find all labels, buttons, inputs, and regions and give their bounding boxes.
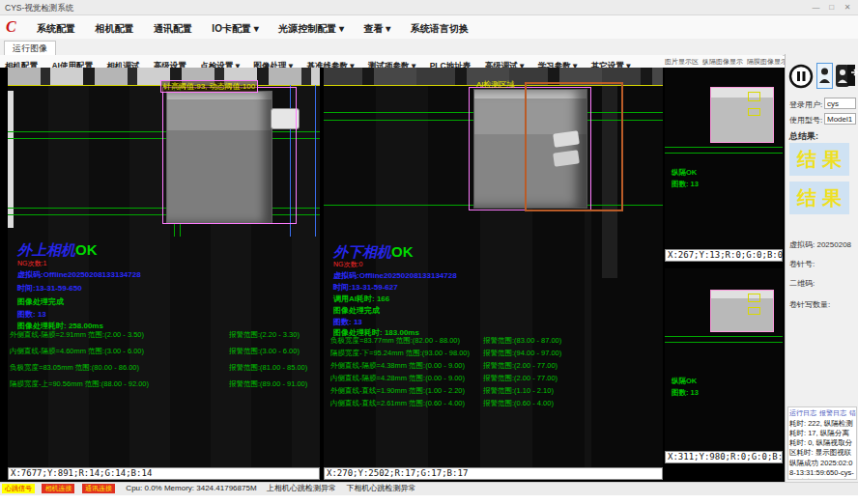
alarm-range: 报警范围:(2.00 - 77.00) — [483, 374, 558, 383]
measurement-row: 内侧直线-隔膜=4.28mm 范围:(0.00 - 9.00) — [330, 374, 465, 383]
small-panel-tabs: 图片显示区纵隔图像显示隔膜图像显示 — [665, 55, 785, 68]
measurement-row: 外侧直线-隔膜=2.91mm 范围:(2.00 - 3.50) — [10, 330, 144, 340]
total-result-label: 总结果: — [789, 130, 818, 143]
tab-run-log[interactable]: 运行日志 — [789, 409, 816, 416]
small-info-line: 图数: 13 — [672, 180, 699, 189]
login-user-field[interactable]: cys — [824, 98, 856, 109]
tab-picture-area[interactable]: 图片显示区 — [665, 58, 699, 65]
ai-region-label: AI检测区域 — [476, 79, 515, 90]
log-text: 耗时: 222, 纵隔检测耗时: 17, 纵隔分离耗时: 0, 纵隔视取分区耗时… — [788, 418, 856, 480]
title-bar: CYS-视觉检测系统 — □ ✕ — [0, 0, 858, 15]
exit-door-icon — [845, 63, 858, 88]
maximize-icon[interactable]: □ — [825, 0, 839, 15]
user-icon — [817, 65, 832, 87]
login-user-button[interactable] — [816, 63, 833, 89]
menu-item-language-switch[interactable]: 系统语言切换 — [403, 17, 476, 41]
alarm-range: 报警范围:(3.00 - 6.00) — [229, 347, 300, 356]
small-view-bottom[interactable]: 纵隔OK 图数: 13 X:311;Y:980;R:0;G:0;B:0 — [665, 268, 783, 463]
measurement-row: 负极宽度=83.77mm 范围:(82.00 - 88.00) — [330, 336, 460, 346]
barcode-text: 虚拟码:Offline20250208133134728 — [17, 269, 141, 280]
alarm-range: 报警范围:(83.00 - 87.00) — [483, 336, 561, 346]
comm-connect-badge: 通讯连接 — [82, 484, 115, 493]
lower-camera-warning: 下相机心跳检测异常 — [346, 483, 415, 494]
log-tabs: 运行日志报警日志错误日志 — [788, 407, 856, 418]
upper-camera-warning: 上相机心跳检测异常 — [267, 483, 336, 494]
small-bottom-coordinates: X:311;Y:980;R:0;G:0;B:0 — [665, 451, 783, 463]
process-state: 图像处理完成 — [333, 305, 380, 316]
defect-box-1 — [748, 294, 760, 302]
tab-error-log[interactable]: 错误日志 — [849, 409, 857, 416]
measurement-row: 外侧直线-隔膜=4.38mm 范围:(0.00 - 9.00) — [330, 361, 465, 371]
write-count-label: 卷针写数量: — [789, 299, 830, 310]
small-status: 纵隔OK — [672, 377, 697, 386]
small-info-line: 图数: 13 — [672, 388, 699, 398]
virtual-code-label: 虚拟码: 20250208 — [789, 239, 851, 250]
edge-blue-line-2 — [315, 85, 316, 237]
tab-separator-image[interactable]: 隔膜图像显示 — [747, 58, 787, 65]
camera-name: 外上相机 — [17, 241, 75, 258]
cpu-memory-text: Cpu: 0.0% Memory: 3424.41796875M — [126, 483, 256, 494]
measure-line-2 — [665, 153, 783, 154]
needle-number-label: 卷针号: — [789, 259, 815, 269]
tab-run-image[interactable]: 运行图像 — [4, 41, 56, 56]
defect-box-2 — [748, 307, 760, 315]
frame-count: 图数: 13 — [17, 309, 46, 320]
pause-button[interactable] — [788, 64, 814, 89]
window-title: CYS-视觉检测系统 — [5, 3, 73, 13]
alarm-range: 报警范围:(1.10 - 2.10) — [483, 386, 554, 396]
measurement-row: 负极宽度=83.05mm 范围:(80.00 - 86.00) — [10, 363, 139, 373]
menu-bar: C 系统配置 相机配置 通讯配置 IO卡配置 ▾ 光源控制配置 ▾ 查看 ▾ 系… — [0, 15, 858, 40]
camera-name: 外下相机 — [333, 243, 391, 260]
right-camera-view[interactable]: AI检测区域 外下相机OK NG次数:0 虚拟码:Offline20250208… — [324, 68, 663, 480]
qr-code-label: 二维码: — [789, 278, 815, 289]
model-label: 使用型号: — [789, 115, 822, 126]
menu-item-light-config[interactable]: 光源控制配置 ▾ — [271, 17, 352, 41]
alarm-range: 报警范围:(2.20 - 3.30) — [229, 330, 300, 340]
roi-orange-box — [525, 82, 623, 211]
camera-connect-badge: 相机连接 — [42, 484, 74, 493]
measure-line-1 — [665, 336, 783, 337]
defect-box-1 — [748, 92, 760, 101]
time-text: 时间:13-31-59-650 — [17, 283, 82, 294]
menu-item-system-config[interactable]: 系统配置 — [29, 17, 83, 41]
thumbnail-image — [710, 87, 774, 143]
right-sidebar: 登录用户: cys 使用型号: Model1 总结果: 结果 结果 虚拟码: 2… — [785, 54, 858, 482]
right-view-coordinates: X:270;Y:2502;R:17;G:17;B:17 — [324, 467, 663, 480]
window-controls: — □ ✕ — [810, 0, 854, 15]
threshold-label: 针高阈值:93, 动态阈值:100 — [160, 80, 258, 93]
log-panel: 运行日志报警日志错误日志 耗时: 222, 纵隔检测耗时: 17, 纵隔分离耗时… — [787, 406, 857, 480]
model-field[interactable]: Model1 — [824, 113, 856, 125]
minimize-icon[interactable]: — — [810, 0, 823, 15]
small-view-top[interactable]: 纵隔OK 图数: 13 X:267;Y:13;R:0;G:0;B:0 — [665, 68, 783, 262]
app-logo-icon: C — [6, 18, 23, 36]
tab-septum-image[interactable]: 纵隔图像显示 — [702, 58, 743, 65]
roi-magenta-box — [162, 87, 297, 224]
alarm-range: 报警范围:(0.60 - 4.00) — [483, 399, 554, 408]
login-user-label: 登录用户: — [789, 99, 822, 110]
status-ok: OK — [391, 243, 414, 260]
time-text: 时间:13-31-59-627 — [333, 282, 398, 293]
thumbnail-image — [710, 290, 774, 332]
ng-count: NG次数:0 — [333, 260, 362, 269]
alarm-range: 报警范围:(81.00 - 85.00) — [229, 363, 307, 373]
alarm-range: 报警范围:(94.00 - 97.00) — [483, 349, 561, 358]
defect-box-2 — [748, 108, 760, 116]
measurement-row: 内侧直线-隔膜=4.60mm 范围:(3.00 - 6.00) — [10, 347, 144, 356]
left-camera-view[interactable]: 针高阈值:93, 动态阈值:100 外上相机OK NG次数:1 虚拟码:Offl… — [8, 68, 320, 480]
menu-item-io-config[interactable]: IO卡配置 ▾ — [204, 17, 266, 41]
menu-item-view[interactable]: 查看 ▾ — [356, 17, 398, 41]
exit-button[interactable] — [845, 63, 858, 88]
menu-item-comm-config[interactable]: 通讯配置 — [146, 17, 200, 41]
close-icon[interactable]: ✕ — [841, 0, 854, 15]
measurement-row: 隔膜宽度-下=95.24mm 范围:(93.00 - 98.00) — [330, 349, 470, 358]
menu-items: 系统配置 相机配置 通讯配置 IO卡配置 ▾ 光源控制配置 ▾ 查看 ▾ 系统语… — [29, 15, 476, 39]
process-state: 图像处理完成 — [17, 296, 64, 307]
measurement-row: 隔膜宽度-上=90.56mm 范围:(88.00 - 92.00) — [10, 379, 149, 389]
tab-alarm-log[interactable]: 报警日志 — [819, 409, 846, 416]
small-top-coordinates: X:267;Y:13;R:0;G:0;B:0 — [665, 249, 783, 262]
heartbeat-badge: 心跳信号 — [2, 484, 35, 493]
app-window: CYS-视觉检测系统 — □ ✕ C 系统配置 相机配置 通讯配置 IO卡配置 … — [0, 0, 858, 504]
measurement-row: 外侧直线-直线=1.90mm 范围:(1.00 - 2.20) — [330, 386, 465, 396]
camera-title: 外上相机OK — [17, 241, 98, 260]
menu-item-camera-config[interactable]: 相机配置 — [87, 17, 141, 41]
